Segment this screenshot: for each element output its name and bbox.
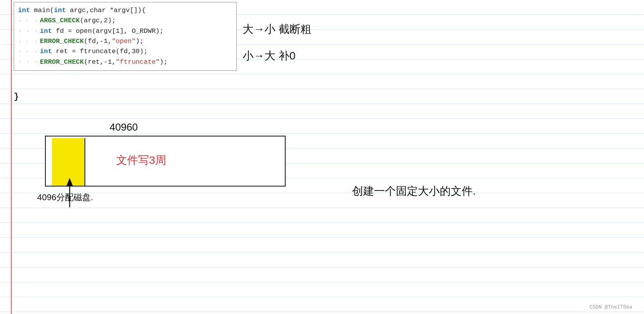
code-line-4: · · · ERROR_CHECK (fd,-1, "open" ); [18, 36, 232, 47]
string-ftruncate: "ftruncate" [116, 57, 160, 67]
svg-marker-1 [67, 178, 73, 186]
arrow-svg [58, 178, 81, 209]
diagram-top-label: 40960 [110, 121, 290, 133]
dots-1: · · · [18, 17, 38, 25]
dots-5: · · · [18, 58, 38, 67]
args-check-params: (argc,2); [80, 16, 116, 26]
margin-line [11, 0, 12, 314]
keyword-int-fd: int [40, 26, 52, 36]
code-line-3: · · · int fd = open(argv[1], O_RDWR); [18, 26, 232, 36]
main-signature: main( [30, 5, 54, 16]
arrow-area [58, 178, 81, 209]
close-brace: } [14, 92, 19, 102]
macro-args-check: ARGS_CHECK [40, 16, 80, 26]
error-check-2-start: (ret,-1, [84, 57, 116, 67]
code-block: int main( int argc,char *argv[]){ · · · … [14, 2, 237, 71]
annotation-big-to-small: 大→小 截断粗 [243, 20, 311, 39]
ret-assign: ret = ftruncate(fd,30); [52, 47, 148, 57]
macro-error-check-2: ERROR_CHECK [40, 57, 84, 67]
fd-assign: fd = open(argv[1], O_RDWR); [52, 26, 164, 36]
file-label: 文件写3周 [116, 153, 166, 168]
annotation-small-to-big: 小→大 补0 [243, 46, 311, 66]
dots-2: · · · [18, 27, 38, 36]
right-annotation: 创建一个固定大小的文件. [352, 184, 476, 199]
dots-3: · · · [18, 38, 38, 46]
string-open: "open" [112, 36, 136, 47]
error-check-1-end: ); [136, 36, 144, 47]
annotation-area: 大→小 截断粗 小→大 补0 [243, 20, 311, 66]
code-line-2: · · · ARGS_CHECK (argc,2); [18, 16, 232, 26]
keyword-int2: int [54, 5, 66, 16]
keyword-int: int [18, 5, 30, 16]
error-check-1-start: (fd,-1, [84, 36, 112, 47]
dots-4: · · · [18, 48, 38, 56]
code-line-6: · · · ERROR_CHECK (ret,-1, "ftruncate" )… [18, 57, 232, 67]
keyword-int-ret: int [40, 47, 52, 57]
main-args: argc,char *argv[]){ [66, 5, 146, 16]
macro-error-check-1: ERROR_CHECK [40, 36, 84, 47]
code-line-1: int main( int argc,char *argv[]){ [18, 5, 232, 16]
error-check-2-end: ); [160, 57, 167, 67]
watermark: CSDN @TheITSea [590, 304, 632, 310]
code-line-5: · · · int ret = ftruncate(fd,30); [18, 47, 232, 57]
